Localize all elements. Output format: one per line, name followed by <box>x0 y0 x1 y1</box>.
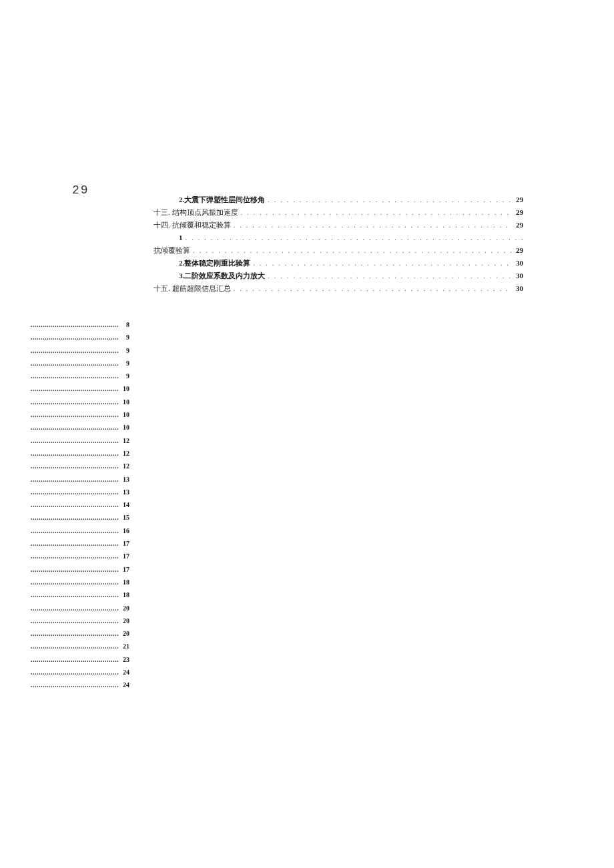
left-toc-page: 13 <box>119 473 129 486</box>
toc-dots: . . . . . . . . . . . . . . . . . . . . … <box>250 257 511 270</box>
left-toc-page: 21 <box>119 640 129 653</box>
toc-dots: . . . . . . . . . . . . . . . . . . . . … <box>265 270 511 282</box>
left-toc-page: 23 <box>119 653 129 666</box>
toc-dots: . . . . . . . . . . . . . . . . . . . . … <box>231 219 512 232</box>
left-toc-dots: ........................................… <box>31 550 119 562</box>
left-toc-page: 15 <box>119 511 129 524</box>
left-toc-dots: ........................................… <box>31 614 119 627</box>
toc-dots: . . . . . . . . . . . . . . . . . . . . … <box>238 206 512 219</box>
left-toc-page: 10 <box>119 408 129 421</box>
left-toc-entry: ........................................… <box>31 486 129 498</box>
toc-entry: 抗倾覆验算. . . . . . . . . . . . . . . . . .… <box>154 244 523 257</box>
left-toc-entry: ........................................… <box>31 331 129 344</box>
left-toc-page: 24 <box>119 679 129 691</box>
toc-entry-title: 2.整体稳定刚重比验算 <box>179 257 250 270</box>
left-toc-entry: ........................................… <box>31 576 129 588</box>
left-toc-entry: ........................................… <box>31 370 129 382</box>
left-toc-entry: ........................................… <box>31 382 129 395</box>
left-toc-page: 18 <box>119 588 129 601</box>
left-toc-page: 20 <box>119 614 129 627</box>
toc-dots: . . . . . . . . . . . . . . . . . . . . … <box>183 232 524 244</box>
left-toc-page: 12 <box>119 460 129 472</box>
left-toc-page: 10 <box>119 421 129 434</box>
left-toc-dots: ........................................… <box>31 408 119 421</box>
toc-dots: . . . . . . . . . . . . . . . . . . . . … <box>265 193 511 206</box>
left-toc-dots: ........................................… <box>31 473 119 486</box>
left-toc-dots: ........................................… <box>31 370 119 382</box>
left-toc-page: 9 <box>119 370 129 382</box>
toc-entry-page: 29 <box>511 206 523 219</box>
left-toc-page: 20 <box>119 602 129 614</box>
left-toc-list: ........................................… <box>31 318 129 692</box>
toc-entry-page: 30 <box>511 270 523 282</box>
toc-entry-title: 十三. 结构顶点风振加速度 <box>154 206 238 219</box>
toc-entry-page: 30 <box>511 282 523 295</box>
left-toc-entry: ........................................… <box>31 588 129 601</box>
left-toc-page: 12 <box>119 447 129 460</box>
left-toc-dots: ........................................… <box>31 563 119 576</box>
left-toc-dots: ........................................… <box>31 653 119 666</box>
toc-entry: 十四. 抗倾覆和稳定验算. . . . . . . . . . . . . . … <box>154 219 523 232</box>
left-toc-entry: ........................................… <box>31 473 129 486</box>
left-toc-entry: ........................................… <box>31 460 129 472</box>
left-toc-entry: ........................................… <box>31 550 129 562</box>
toc-dots: . . . . . . . . . . . . . . . . . . . . … <box>190 244 511 257</box>
left-toc-entry: ........................................… <box>31 563 129 576</box>
left-toc-page: 14 <box>119 498 129 511</box>
left-toc-entry: ........................................… <box>31 537 129 550</box>
toc-entry: 1. . . . . . . . . . . . . . . . . . . .… <box>154 232 523 244</box>
left-toc-entry: ........................................… <box>31 421 129 434</box>
left-toc-dots: ........................................… <box>31 486 119 498</box>
left-toc-dots: ........................................… <box>31 537 119 550</box>
toc-entry-title: 抗倾覆验算 <box>154 244 190 257</box>
left-toc-dots: ........................................… <box>31 576 119 588</box>
left-toc-page: 8 <box>119 318 129 331</box>
left-toc-page: 17 <box>119 550 129 562</box>
left-toc-entry: ........................................… <box>31 408 129 421</box>
left-toc-dots: ........................................… <box>31 382 119 395</box>
left-toc-page: 10 <box>119 396 129 408</box>
left-toc-page: 13 <box>119 486 129 498</box>
toc-entry: 2.整体稳定刚重比验算. . . . . . . . . . . . . . .… <box>154 257 523 270</box>
left-toc-dots: ........................................… <box>31 498 119 511</box>
left-toc-page: 9 <box>119 331 129 344</box>
left-toc-entry: ........................................… <box>31 653 129 666</box>
toc-entry-title: 十四. 抗倾覆和稳定验算 <box>154 219 231 232</box>
left-toc-page: 24 <box>119 666 129 679</box>
toc-dots: . . . . . . . . . . . . . . . . . . . . … <box>231 282 512 295</box>
left-toc-page: 10 <box>119 382 129 395</box>
toc-entry-title: 十五. 超筋超限信息汇总 <box>154 282 231 295</box>
left-toc-dots: ........................................… <box>31 357 119 370</box>
left-toc-page: 17 <box>119 563 129 576</box>
left-toc-page: 12 <box>119 434 129 447</box>
toc-entry-page: 29 <box>511 193 523 206</box>
toc-entry-page: 29 <box>511 244 523 257</box>
left-toc-entry: ........................................… <box>31 524 129 537</box>
left-toc-dots: ........................................… <box>31 602 119 614</box>
left-toc-entry: ........................................… <box>31 396 129 408</box>
left-toc-entry: ........................................… <box>31 511 129 524</box>
left-toc-dots: ........................................… <box>31 447 119 460</box>
left-toc-entry: ........................................… <box>31 318 129 331</box>
toc-main: 2.大震下弹塑性层间位移角. . . . . . . . . . . . . .… <box>154 193 523 295</box>
left-toc-entry: ........................................… <box>31 602 129 614</box>
left-toc-dots: ........................................… <box>31 511 119 524</box>
left-toc-page: 17 <box>119 537 129 550</box>
left-toc-dots: ........................................… <box>31 679 119 691</box>
page-number: 29 <box>72 183 89 197</box>
toc-entry: 2.大震下弹塑性层间位移角. . . . . . . . . . . . . .… <box>154 193 523 206</box>
left-toc-entry: ........................................… <box>31 627 129 640</box>
left-toc-dots: ........................................… <box>31 331 119 344</box>
toc-entry-title: 3.二阶效应系数及内力放大 <box>179 270 265 282</box>
left-toc-dots: ........................................… <box>31 627 119 640</box>
toc-entry: 十三. 结构顶点风振加速度. . . . . . . . . . . . . .… <box>154 206 523 219</box>
left-toc-entry: ........................................… <box>31 666 129 679</box>
left-toc-dots: ........................................… <box>31 460 119 472</box>
left-toc-entry: ........................................… <box>31 344 129 357</box>
left-toc-entry: ........................................… <box>31 614 129 627</box>
left-toc-dots: ........................................… <box>31 588 119 601</box>
left-toc-entry: ........................................… <box>31 679 129 691</box>
left-toc-dots: ........................................… <box>31 318 119 331</box>
left-toc-entry: ........................................… <box>31 640 129 653</box>
left-toc-entry: ........................................… <box>31 498 129 511</box>
